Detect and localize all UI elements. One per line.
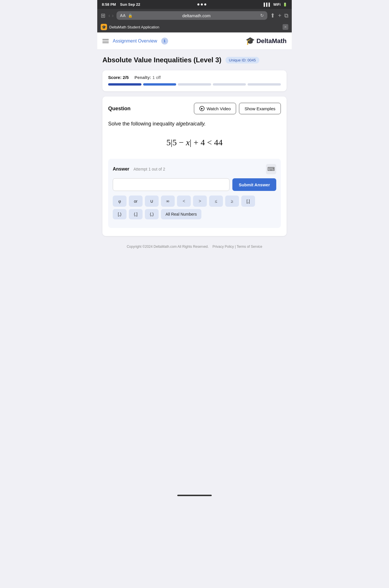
answer-header: Answer Attempt 1 out of 2 ⌨ [113,164,276,174]
progress-segment-5 [248,83,281,86]
assignment-overview-link[interactable]: Assignment Overview [113,38,157,44]
new-tab-button[interactable]: + [278,12,281,19]
nav-left: Assignment Overview 1 [102,38,168,45]
question-label: Question [108,106,131,112]
less-than-button[interactable]: < [177,196,191,207]
open-interval-button[interactable]: (,) [145,209,159,219]
progress-segment-2 [143,83,176,86]
unique-id-badge: Unique ID: 0045 [225,57,259,63]
tab-close-button[interactable]: ✕ [283,24,288,30]
question-header: Question ▶ Watch Video Show Examples [108,103,281,114]
battery-icon: 🔋 [283,3,287,7]
status-right: ▌▌▌ WiFi 🔋 [264,3,287,7]
question-buttons: ▶ Watch Video Show Examples [194,103,281,114]
answer-label: Answer [113,167,129,171]
url-text: deltamath.com [135,13,258,18]
deltamath-logo: 🎓 DeltaMath [246,36,287,45]
symbol-row-1: φ or ∪ ∞ < > ≤ ≥ [,] [113,196,276,207]
privacy-policy-link[interactable]: Privacy Policy [213,245,234,249]
wifi-icon: WiFi [273,3,281,7]
tab-label: DeltaMath Student Application [109,25,280,29]
math-expression: 5|5 − x| + 4 < 44 [108,135,281,150]
footer: Copyright ©2024 DeltaMath.com All Rights… [102,236,287,260]
logo-text: DeltaMath [256,37,287,45]
status-center [197,3,206,5]
assignment-count-badge: 1 [161,38,168,45]
signal-icon: ▌▌▌ [264,3,271,7]
url-bar[interactable]: AA 🔒 deltamath.com ↻ [116,11,267,20]
home-indicator [97,492,292,501]
browser-chrome: ⊞ ‹ › AA 🔒 deltamath.com ↻ ⬆ + ⧉ [97,9,292,23]
answer-section: Answer Attempt 1 out of 2 ⌨ Submit Answe… [108,159,281,228]
show-examples-label: Show Examples [244,106,275,111]
answer-input-row: Submit Answer [113,178,276,191]
submit-answer-button[interactable]: Submit Answer [232,178,276,191]
show-examples-button[interactable]: Show Examples [239,103,281,114]
progress-bar [108,83,281,86]
hamburger-menu[interactable] [102,39,109,43]
progress-segment-4 [213,83,246,86]
answer-label-row: Answer Attempt 1 out of 2 [113,167,165,172]
keyboard-toggle-button[interactable]: ⌨ [266,164,276,174]
tab-favicon: 🎓 [101,24,107,30]
tabs-button[interactable]: ⧉ [284,12,288,19]
share-button[interactable]: ⬆ [270,12,275,19]
copyright-text: Copyright ©2024 DeltaMath.com All Rights… [127,245,209,249]
nav-header: Assignment Overview 1 🎓 DeltaMath [97,32,292,50]
phi-symbol-button[interactable]: φ [113,196,127,207]
leq-button[interactable]: ≤ [209,196,223,207]
status-bar: 8:58 PM Sun Sep 22 ▌▌▌ WiFi 🔋 [97,0,292,9]
back-button[interactable]: ‹ [108,13,110,19]
infinity-symbol-button[interactable]: ∞ [161,196,175,207]
terms-of-service-link[interactable]: Terms of Service [237,245,262,249]
status-time: 8:58 PM Sun Sep 22 [102,2,140,7]
page-body: Absolute Value Inequalities (Level 3) Un… [97,50,292,266]
closed-open-interval-button[interactable]: [,) [113,209,127,219]
keyboard-icon: ⌨ [267,166,275,172]
sidebar-toggle-button[interactable]: ⊞ [101,12,106,19]
score-card: Score: 2/5 Penalty: 1 off [102,70,287,91]
symbol-row-2: [,) (,] (,) All Real Numbers [113,209,276,219]
penalty-label: Penalty: 1 off [135,75,161,80]
page-title: Absolute Value Inequalities (Level 3) [102,56,221,64]
app-content: Assignment Overview 1 🎓 DeltaMath Absolu… [97,32,292,492]
logo-cap-icon: 🎓 [246,36,255,45]
watch-video-label: Watch Video [207,106,231,111]
progress-segment-3 [178,83,211,86]
lock-icon: 🔒 [128,13,133,18]
home-bar [177,495,212,496]
reader-mode-button[interactable]: AA [120,13,126,18]
score-label: Score: 2/5 [108,75,129,80]
or-symbol-button[interactable]: or [129,196,143,207]
watch-video-button[interactable]: ▶ Watch Video [194,103,236,114]
union-symbol-button[interactable]: ∪ [145,196,159,207]
open-closed-interval-button[interactable]: (,] [129,209,143,219]
progress-segment-1 [108,83,141,86]
closed-interval-button[interactable]: [,] [241,196,255,207]
geq-button[interactable]: ≥ [225,196,239,207]
forward-button[interactable]: › [112,13,114,19]
attempt-text: Attempt 1 out of 2 [133,167,165,171]
question-instruction: Solve the following inequality algebraic… [108,120,281,128]
all-real-numbers-button[interactable]: All Real Numbers [161,209,201,219]
question-card: Question ▶ Watch Video Show Examples Sol… [102,96,287,236]
algebraically-text: algebraically. [176,121,206,127]
refresh-button[interactable]: ↻ [260,13,264,18]
page-title-row: Absolute Value Inequalities (Level 3) Un… [102,56,287,64]
answer-input[interactable] [113,178,229,191]
play-icon: ▶ [199,106,205,111]
greater-than-button[interactable]: > [193,196,207,207]
tab-bar: 🎓 DeltaMath Student Application ✕ [97,23,292,32]
